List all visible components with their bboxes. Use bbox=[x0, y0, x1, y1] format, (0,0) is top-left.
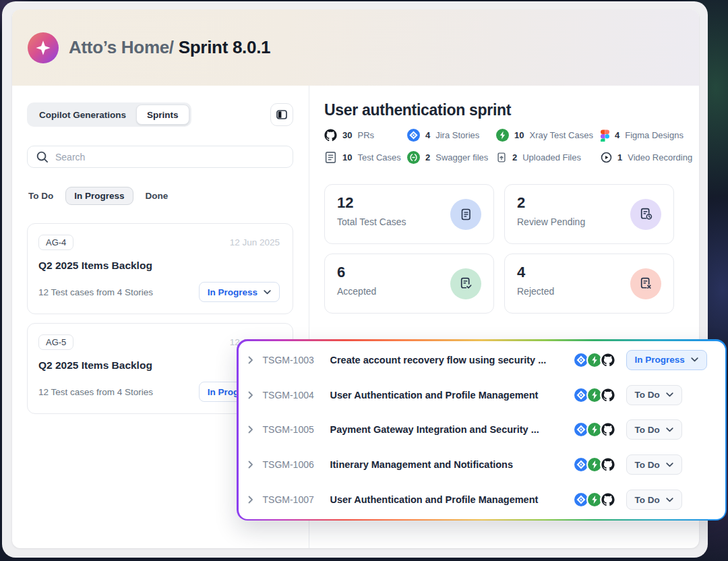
tab-copilot-generations[interactable]: Copilot Generations bbox=[29, 110, 136, 120]
card-title: Q2 2025 Items Backlog bbox=[38, 260, 280, 272]
github-icon bbox=[324, 129, 337, 142]
search-input[interactable] bbox=[55, 152, 284, 163]
test-case-key: TSGM-1006 bbox=[263, 459, 322, 470]
summary-card-total: 12 Total Test Cases bbox=[324, 184, 494, 244]
test-case-key: TSGM-1005 bbox=[263, 424, 322, 435]
test-case-key: TSGM-1004 bbox=[263, 390, 322, 401]
chevron-down-icon bbox=[264, 290, 271, 295]
sprint-overview-title: User authentication sprint bbox=[324, 101, 692, 119]
status-filters: To Do In Progress Done bbox=[27, 187, 293, 205]
status-select[interactable]: To Do bbox=[626, 490, 682, 510]
source-icons bbox=[573, 456, 616, 473]
card-date: 12 Jun 2025 bbox=[230, 237, 280, 247]
summary-card-review-pending: 2 Review Pending bbox=[504, 184, 674, 244]
app-logo bbox=[28, 32, 59, 63]
card-subtitle: 12 Test cases from 4 Stories bbox=[38, 287, 153, 297]
chevron-down-icon bbox=[691, 357, 698, 362]
tab-sprints[interactable]: Sprints bbox=[136, 105, 189, 125]
jira-icon bbox=[407, 129, 420, 142]
search-icon bbox=[36, 150, 49, 163]
card-key-badge: AG-5 bbox=[38, 334, 73, 350]
document-clock-icon bbox=[630, 199, 661, 230]
test-case-title: Create account recovery flow using secur… bbox=[330, 355, 573, 365]
stat-figma-designs: 4Figma Designs bbox=[601, 129, 692, 142]
test-case-title: Itinerary Management and Notifications bbox=[330, 459, 573, 470]
test-case-title: User Authentication and Profile Manageme… bbox=[330, 390, 573, 401]
breadcrumb: Atto’s Home/ bbox=[69, 37, 174, 57]
stat-xray-test-cases: 10Xray Test Cases bbox=[496, 129, 601, 142]
filter-done[interactable]: Done bbox=[144, 187, 170, 204]
test-case-key: TSGM-1007 bbox=[263, 494, 322, 505]
github-icon bbox=[600, 352, 616, 368]
sprint-card-ag4[interactable]: AG-4 12 Jun 2025 Q2 2025 Items Backlog 1… bbox=[27, 223, 293, 314]
search-field[interactable] bbox=[27, 146, 293, 168]
summary-cards: 12 Total Test Cases 2 Review Pending bbox=[324, 184, 692, 314]
card-status-select[interactable]: In Progress bbox=[199, 282, 280, 302]
upload-file-icon bbox=[496, 151, 507, 164]
sidebar-toggle-icon bbox=[276, 109, 288, 121]
sprint-stats: 30PRs 4Jira Stories 10Xray Test Cases 4F… bbox=[324, 129, 692, 164]
chevron-right-icon[interactable] bbox=[247, 356, 254, 364]
xray-icon bbox=[496, 129, 509, 142]
chevron-right-icon[interactable] bbox=[247, 461, 254, 469]
document-icon bbox=[450, 199, 481, 230]
source-icons bbox=[573, 492, 616, 508]
test-case-row-1005[interactable]: TSGM-1005 Payment Gateway Integration an… bbox=[247, 413, 716, 447]
card-subtitle: 12 Test cases from 4 Stories bbox=[38, 387, 153, 397]
view-switcher: Copilot Generations Sprints bbox=[27, 102, 191, 127]
stat-prs: 30PRs bbox=[324, 129, 407, 142]
chevron-right-icon[interactable] bbox=[247, 425, 254, 434]
chevron-right-icon[interactable] bbox=[247, 391, 254, 399]
test-case-row-1007[interactable]: TSGM-1007 User Authentication and Profil… bbox=[247, 483, 716, 517]
test-case-row-1006[interactable]: TSGM-1006 Itinerary Management and Notif… bbox=[247, 448, 716, 482]
github-icon bbox=[600, 421, 616, 438]
card-key-badge: AG-4 bbox=[38, 235, 73, 250]
chevron-right-icon[interactable] bbox=[247, 496, 254, 504]
document-check-icon bbox=[450, 268, 481, 299]
stat-jira-stories: 4Jira Stories bbox=[407, 129, 496, 142]
test-cases-icon bbox=[324, 151, 337, 164]
status-select[interactable]: To Do bbox=[626, 385, 682, 405]
source-icons bbox=[573, 352, 616, 368]
page-title: Atto’s Home/ Sprint 8.0.1 bbox=[69, 37, 270, 58]
github-icon bbox=[600, 456, 616, 473]
chevron-down-icon bbox=[666, 427, 673, 432]
sprint-title-text: Sprint 8.0.1 bbox=[179, 37, 271, 57]
video-icon bbox=[601, 151, 612, 164]
source-icons bbox=[573, 421, 616, 438]
github-icon bbox=[600, 492, 616, 508]
status-select[interactable]: To Do bbox=[626, 419, 682, 440]
sidebar-toggle-button[interactable] bbox=[270, 103, 293, 126]
stat-swagger-files: 2Swagger files bbox=[407, 151, 496, 164]
test-case-title: Payment Gateway Integration and Security… bbox=[330, 424, 573, 435]
figma-icon bbox=[601, 129, 609, 142]
status-select[interactable]: In Progress bbox=[626, 350, 707, 370]
test-case-title: User Authentication and Profile Manageme… bbox=[330, 494, 573, 505]
chevron-down-icon bbox=[666, 498, 673, 502]
source-icons bbox=[573, 387, 616, 403]
stat-uploaded-files: 2Uploaded Files bbox=[496, 151, 601, 164]
test-case-row-1003[interactable]: TSGM-1003 Create account recovery flow u… bbox=[247, 343, 716, 377]
stat-test-cases: 10Test Cases bbox=[324, 151, 407, 164]
chevron-down-icon bbox=[666, 463, 673, 467]
swagger-icon bbox=[407, 151, 420, 164]
filter-in-progress[interactable]: In Progress bbox=[65, 187, 133, 205]
test-cases-popup: TSGM-1003 Create account recovery flow u… bbox=[237, 339, 727, 521]
test-case-key: TSGM-1003 bbox=[263, 355, 322, 365]
sparkle-star-icon bbox=[34, 39, 52, 57]
status-select[interactable]: To Do bbox=[626, 454, 682, 475]
test-case-row-1004[interactable]: TSGM-1004 User Authentication and Profil… bbox=[247, 378, 716, 412]
document-x-icon bbox=[630, 268, 661, 299]
filter-todo[interactable]: To Do bbox=[27, 187, 55, 204]
app-header: Atto’s Home/ Sprint 8.0.1 bbox=[12, 9, 699, 86]
stat-video-recording: 1Video Recording bbox=[601, 151, 692, 164]
summary-card-rejected: 4 Rejected bbox=[504, 254, 674, 314]
chevron-down-icon bbox=[666, 392, 673, 397]
summary-card-accepted: 6 Accepted bbox=[324, 254, 494, 314]
github-icon bbox=[600, 387, 616, 403]
